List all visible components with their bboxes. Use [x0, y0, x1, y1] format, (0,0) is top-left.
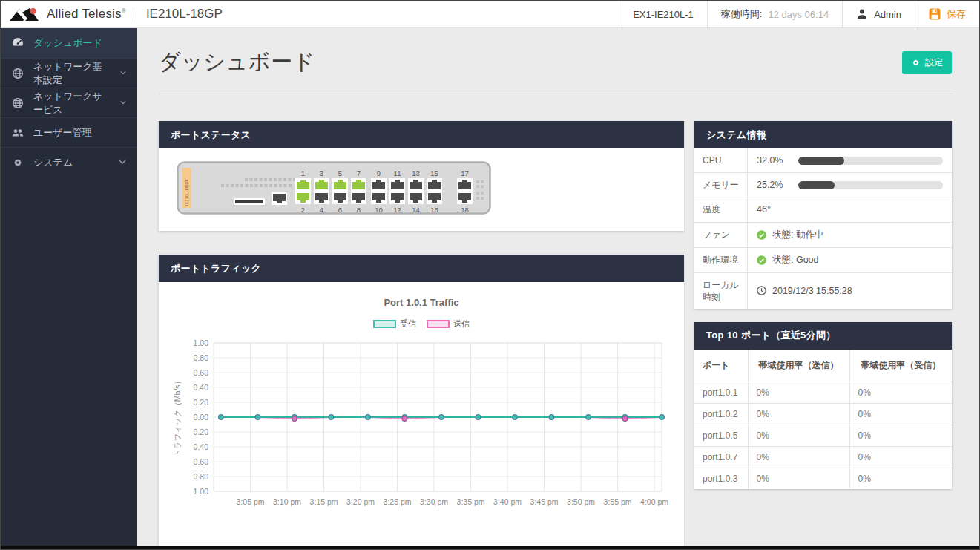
- svg-text:3:55 pm: 3:55 pm: [604, 497, 632, 506]
- table-cell: 0%: [849, 468, 952, 489]
- top10-table: ポート 帯域使用率（送信） 帯域使用率（受信） port1.0.10%0%por…: [694, 350, 952, 489]
- sidebar-item-network-services[interactable]: ネットワークサービス: [1, 88, 137, 117]
- system-info-panel-title: システム情報: [694, 121, 952, 148]
- svg-text:3:50 pm: 3:50 pm: [567, 497, 595, 506]
- port-traffic-panel-title: ポートトラフィック: [159, 255, 684, 282]
- page-title: ダッシュボード: [159, 48, 315, 77]
- system-info-label: ローカル時刻: [694, 273, 748, 309]
- svg-text:6: 6: [338, 206, 342, 214]
- table-cell: 0%: [748, 446, 849, 468]
- sidebar-nav: ダッシュボード ネットワーク基本設定 ネットワークサービス ユーザー管理 システ…: [1, 28, 137, 549]
- col-header-rx: 帯域使用率（受信）: [849, 350, 952, 382]
- svg-text:3:45 pm: 3:45 pm: [530, 497, 559, 506]
- svg-text:0.40: 0.40: [194, 442, 209, 451]
- svg-text:0.80: 0.80: [194, 472, 209, 481]
- table-cell: 0%: [748, 382, 849, 403]
- top-bar: Allied Telesis® IE210L-18GP EX1-IE210L-1…: [1, 1, 979, 28]
- system-info-panel: システム情報 CPU32.0%メモリー25.2%温度46°ファン状態: 動作中動…: [694, 121, 952, 309]
- svg-text:0.00: 0.00: [194, 413, 209, 422]
- system-info-value: 46°: [748, 197, 952, 221]
- svg-text:2: 2: [301, 206, 305, 214]
- chevron-down-icon: [119, 160, 126, 165]
- svg-text:0.20: 0.20: [194, 398, 209, 407]
- uptime-value: 12 days 06:14: [768, 9, 829, 20]
- legend-label: 送信: [453, 318, 470, 330]
- port-traffic-panel: ポートトラフィック Port 1.0.1 Traffic 受信 送信 1.00: [159, 255, 684, 546]
- legend-item-send: 送信: [427, 318, 470, 330]
- svg-text:3:10 pm: 3:10 pm: [273, 497, 301, 506]
- device-model-title: IE210L-18GP: [134, 1, 234, 27]
- save-label: 保存: [947, 7, 966, 21]
- port-status-panel-title: ポートステータス: [159, 121, 684, 148]
- chart-title: Port 1.0.1 Traffic: [171, 297, 672, 308]
- table-cell: port1.0.2: [694, 403, 748, 425]
- gear-icon: [12, 157, 24, 168]
- user-icon: [856, 8, 868, 20]
- legend-label: 受信: [400, 318, 416, 330]
- settings-button[interactable]: 設定: [902, 51, 952, 74]
- svg-text:0.40: 0.40: [194, 383, 209, 392]
- svg-text:0.20: 0.20: [194, 428, 209, 436]
- sidebar-item-user-management[interactable]: ユーザー管理: [1, 117, 137, 147]
- table-cell: port1.0.5: [694, 425, 748, 446]
- switch-front-panel-diagram[interactable]: IE210L-18GP123456789101112131415161718: [177, 161, 684, 215]
- table-cell: 0%: [849, 403, 952, 425]
- check-circle-icon: [757, 230, 766, 240]
- progress-bar: [798, 181, 943, 189]
- svg-text:IE210L-18GP: IE210L-18GP: [185, 180, 189, 206]
- dashboard-gauge-icon: [12, 37, 24, 49]
- svg-text:13: 13: [412, 169, 420, 177]
- svg-text:3:30 pm: 3:30 pm: [420, 497, 448, 506]
- users-icon: [12, 127, 24, 139]
- svg-text:1.00: 1.00: [194, 487, 209, 496]
- admin-menu[interactable]: Admin: [842, 1, 915, 27]
- registered-mark: ®: [122, 7, 126, 14]
- table-cell: 0%: [849, 446, 952, 468]
- legend-item-receive: 受信: [373, 318, 416, 330]
- svg-text:17: 17: [461, 169, 469, 177]
- brand-name: Allied Telesis®: [47, 7, 126, 22]
- sidebar-item-label: ネットワークサービス: [33, 90, 111, 117]
- svg-text:3:15 pm: 3:15 pm: [310, 497, 338, 506]
- chevron-down-icon: [120, 100, 126, 105]
- table-cell: 0%: [748, 468, 849, 489]
- svg-text:9: 9: [377, 169, 381, 177]
- uptime-label: 稼働時間:: [721, 7, 763, 21]
- system-info-label: CPU: [694, 148, 748, 172]
- svg-text:8: 8: [357, 206, 361, 214]
- svg-text:18: 18: [461, 206, 469, 214]
- window-bottom-edge: [1, 546, 979, 549]
- svg-text:3:05 pm: 3:05 pm: [237, 497, 265, 506]
- system-info-value: 32.0%: [748, 148, 952, 172]
- table-cell: 0%: [748, 403, 849, 425]
- check-circle-icon: [757, 255, 766, 265]
- device-name: EX1-IE210L-1: [619, 1, 707, 27]
- sidebar-item-system[interactable]: システム: [1, 147, 137, 177]
- sidebar-item-label: ユーザー管理: [33, 126, 92, 140]
- chart-legend: 受信 送信: [171, 318, 672, 330]
- svg-text:0.60: 0.60: [194, 457, 209, 466]
- table-cell: 0%: [748, 425, 849, 446]
- svg-text:4: 4: [320, 206, 323, 214]
- svg-text:3:40 pm: 3:40 pm: [493, 497, 522, 506]
- svg-text:10: 10: [375, 206, 383, 214]
- svg-text:15: 15: [430, 169, 438, 177]
- system-info-label: 温度: [694, 197, 748, 221]
- system-info-row: 動作環境状態: Good: [694, 248, 952, 273]
- svg-text:1: 1: [301, 169, 305, 177]
- save-button[interactable]: 保存: [915, 1, 979, 27]
- sidebar-item-network-basic[interactable]: ネットワーク基本設定: [1, 58, 137, 88]
- allied-telesis-logo: [10, 7, 41, 22]
- svg-text:3: 3: [320, 169, 323, 177]
- main-content: ダッシュボード 設定 ポートステータス IE210L-18GP123456789…: [137, 28, 979, 546]
- table-cell: port1.0.7: [694, 446, 748, 468]
- svg-text:4:00 pm: 4:00 pm: [640, 497, 668, 506]
- sidebar-item-label: システム: [33, 156, 73, 169]
- system-info-value: 25.2%: [748, 173, 952, 197]
- system-info-row: メモリー25.2%: [694, 173, 952, 197]
- settings-label: 設定: [925, 56, 943, 69]
- table-cell: 0%: [849, 382, 952, 403]
- system-info-row: ファン状態: 動作中: [694, 223, 952, 248]
- sidebar-item-dashboard[interactable]: ダッシュボード: [1, 28, 137, 58]
- chevron-down-icon: [120, 71, 126, 76]
